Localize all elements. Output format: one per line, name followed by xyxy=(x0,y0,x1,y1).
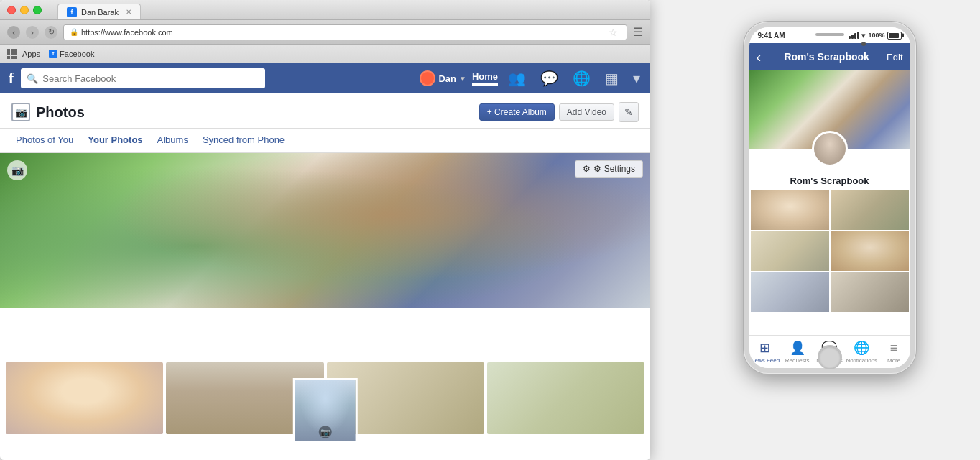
search-input[interactable] xyxy=(42,73,259,84)
notifications-icon: 🌐 xyxy=(854,340,869,356)
phone-photo-3[interactable] xyxy=(751,231,829,271)
phone-fb-header: ‹ Rom's Scrapbook Edit xyxy=(749,43,910,70)
phone-photo-2[interactable] xyxy=(831,190,909,230)
address-bar: ‹ › ↻ 🔒 https://www.facebook.com ☆ ☰ xyxy=(0,20,650,45)
photos-tabs: Photos of You Your Photos Albums Synced … xyxy=(0,129,650,153)
album-thumbnail[interactable]: 📷 xyxy=(293,378,358,443)
bookmarks-bar: Apps f Facebook xyxy=(0,45,650,63)
apps-bookmark[interactable]: Apps xyxy=(7,49,40,59)
create-album-button[interactable]: + Create Album xyxy=(479,104,555,121)
phone-album-thumbnail[interactable] xyxy=(812,131,848,167)
phone-home-button[interactable] xyxy=(818,345,842,369)
secure-icon: 🔒 xyxy=(70,28,78,36)
notifications-label: Notifications xyxy=(846,357,878,364)
phone-nav-requests[interactable]: 👤 Requests xyxy=(781,340,813,364)
tab-synced[interactable]: Synced from Phone xyxy=(195,129,292,152)
news-feed-label: News Feed xyxy=(751,357,780,364)
browser-window: f Dan Barak ✕ ‹ › ↻ 🔒 https://www.facebo… xyxy=(0,0,650,460)
back-button[interactable]: ‹ xyxy=(7,26,20,39)
photos-title: 📷 Photos xyxy=(11,103,85,127)
url-text: https://www.facebook.com xyxy=(81,28,173,37)
settings-label: ⚙ Settings xyxy=(593,164,635,174)
user-menu[interactable]: Dan ▼ xyxy=(420,70,466,86)
phone-nav-news-feed[interactable]: ⊞ News Feed xyxy=(749,340,782,364)
photos-body: 📷 ⚙ ⚙ Settings 📷 Rom's Scrapbook xyxy=(0,153,650,460)
album-thumb-container: 📷 Rom's Scrapbook xyxy=(282,378,367,460)
friends-icon[interactable]: 👥 xyxy=(504,70,530,87)
apps-icon xyxy=(7,49,17,59)
photos-page: 📷 Photos + Create Album Add Video ✎ Phot… xyxy=(0,93,650,460)
account-menu-icon[interactable]: ▦ xyxy=(601,70,623,87)
add-video-button[interactable]: Add Video xyxy=(559,104,614,121)
phone-nav-notifications[interactable]: 🌐 Notifications xyxy=(846,340,878,364)
settings-button[interactable]: ⚙ ⚙ Settings xyxy=(575,160,643,178)
wifi-icon: ▾ xyxy=(861,31,866,40)
tab-your-photos[interactable]: Your Photos xyxy=(80,129,149,152)
search-icon: 🔍 xyxy=(27,73,38,84)
phone-nav-more[interactable]: ≡ More xyxy=(878,341,910,364)
news-feed-icon: ⊞ xyxy=(759,340,770,356)
address-input[interactable]: 🔒 https://www.facebook.com ☆ xyxy=(63,24,627,40)
tab-photos-of-you[interactable]: Photos of You xyxy=(9,129,80,152)
user-avatar xyxy=(420,70,435,86)
album-cover-photo xyxy=(0,153,650,308)
photos-icon: 📷 xyxy=(11,103,30,121)
gear-icon: ⚙ xyxy=(583,164,591,174)
signal-bar-2 xyxy=(851,34,854,39)
globe-icon[interactable]: 🌐 xyxy=(568,70,595,87)
phone-back-button[interactable]: ‹ xyxy=(757,49,762,65)
phone-photo-6[interactable] xyxy=(831,272,909,312)
reload-button[interactable]: ↻ xyxy=(45,26,57,39)
photos-title-text: Photos xyxy=(36,104,85,121)
title-bar: f Dan Barak ✕ xyxy=(0,0,650,20)
phone-screen: 9:41 AM ▾ 100% ‹ xyxy=(749,27,910,368)
battery-percentage: 100% xyxy=(868,32,884,39)
home-nav[interactable]: Home xyxy=(472,71,498,86)
photos-actions: + Create Album Add Video ✎ xyxy=(479,102,639,128)
phone-speaker xyxy=(815,33,844,36)
signal-bar-4 xyxy=(857,32,859,39)
apps-label: Apps xyxy=(22,50,40,58)
signal-bar-1 xyxy=(849,36,851,39)
bookmark-icon[interactable]: ☆ xyxy=(609,27,621,38)
album-camera-icon[interactable]: 📷 xyxy=(7,160,27,180)
facebook-navbar: f 🔍 Dan ▼ Home 👥 💬 🌐 ▦ ▾ xyxy=(0,63,650,93)
nav-right: Dan ▼ Home 👥 💬 🌐 ▦ ▾ xyxy=(420,70,644,87)
facebook-logo: f xyxy=(6,69,17,88)
maximize-button[interactable] xyxy=(33,6,42,14)
phone-edit-button[interactable]: Edit xyxy=(887,52,902,63)
phone-photo-4[interactable] xyxy=(831,231,909,271)
signal-bar-3 xyxy=(854,33,856,39)
tab-albums[interactable]: Albums xyxy=(150,129,195,152)
baby-photo xyxy=(6,362,163,434)
phone-status-icons: ▾ 100% xyxy=(849,31,901,40)
tab-title: Dan Barak xyxy=(81,8,119,17)
phone-photo-5[interactable] xyxy=(751,272,829,312)
forward-button[interactable]: › xyxy=(26,26,39,39)
phone-device: 9:41 AM ▾ 100% ‹ xyxy=(744,22,916,374)
dropdown-icon[interactable]: ▾ xyxy=(629,70,644,87)
facebook-content: f 🔍 Dan ▼ Home 👥 💬 🌐 ▦ ▾ xyxy=(0,63,650,460)
search-box[interactable]: 🔍 xyxy=(21,68,265,88)
facebook-bookmark[interactable]: f Facebook xyxy=(49,50,94,58)
edit-button[interactable]: ✎ xyxy=(619,102,639,122)
tab-close-icon[interactable]: ✕ xyxy=(126,8,131,16)
front-camera xyxy=(861,42,866,46)
phone-time: 9:41 AM xyxy=(758,32,785,40)
user-dropdown-icon: ▼ xyxy=(459,75,466,83)
messenger-icon[interactable]: 💬 xyxy=(536,70,563,87)
phone-album-title: Rom's Scrapbook xyxy=(767,51,887,63)
requests-icon: 👤 xyxy=(790,340,805,356)
photo-cell-1[interactable] xyxy=(6,362,163,434)
battery-icon xyxy=(887,32,902,40)
minimize-button[interactable] xyxy=(20,6,29,14)
close-button[interactable] xyxy=(7,6,16,14)
facebook-bookmark-label: Facebook xyxy=(60,50,94,58)
phone-photo-1[interactable] xyxy=(751,190,829,230)
phone-section: 9:41 AM ▾ 100% ‹ xyxy=(650,0,980,374)
photo-cell-4[interactable] xyxy=(487,362,644,434)
browser-tab[interactable]: f Dan Barak ✕ xyxy=(57,4,141,19)
menu-icon[interactable]: ☰ xyxy=(633,25,643,39)
album-cover: 📷 ⚙ ⚙ Settings xyxy=(0,153,650,308)
user-name: Dan xyxy=(438,73,456,84)
